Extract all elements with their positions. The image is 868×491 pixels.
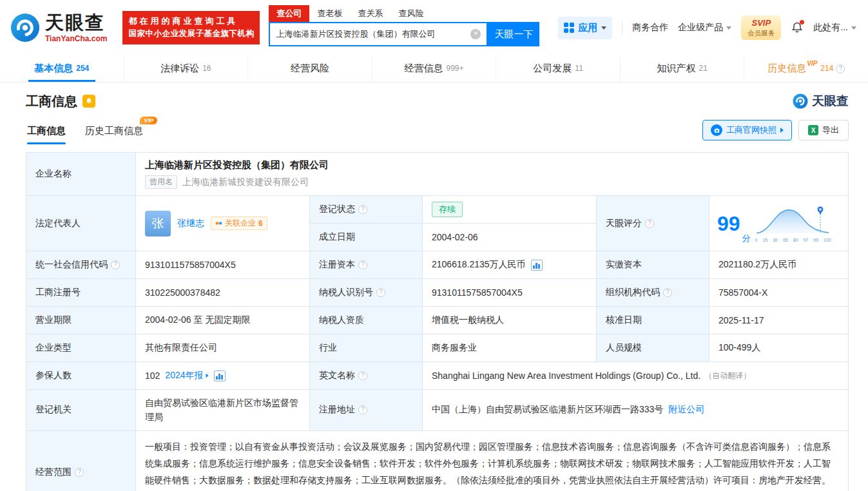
search-input-wrap — [269, 22, 488, 46]
table-row-type: 企业类型 其他有限责任公司 行业 商务服务业 人员规模 100-499人 — [26, 334, 848, 362]
staff-value: 100-499人 — [709, 334, 848, 361]
authority-label: 登记机关 — [26, 390, 136, 430]
company-name-label: 企业名称 — [26, 153, 136, 195]
reg-status-cell: 存续 — [423, 196, 597, 223]
tab-label: 历史信息 — [767, 63, 806, 75]
table-row-scope: 经营范围 一般项目：投资管理；以自有资金从事投资活动；会议及展览服务；国内贸易代… — [26, 431, 848, 491]
search-input[interactable] — [276, 30, 470, 39]
help-icon[interactable] — [75, 468, 84, 477]
insured-label: 参保人数 — [26, 362, 136, 389]
capital-trend-icon[interactable] — [531, 260, 543, 271]
legal-rep-label: 法定代表人 — [26, 196, 136, 251]
insured-trend-icon[interactable] — [214, 371, 226, 381]
help-icon[interactable] — [663, 288, 672, 297]
search-tab-risk[interactable]: 查风险 — [391, 5, 431, 22]
help-icon[interactable] — [645, 219, 654, 228]
industry-label: 行业 — [310, 334, 423, 361]
establish-date-value: 2004-02-06 — [423, 224, 597, 251]
user-menu-label: 此处有... — [813, 22, 848, 34]
establish-date-label: 成立日期 — [310, 224, 423, 251]
tab-legal-litigation[interactable]: 法律诉讼 16 — [124, 55, 248, 82]
help-icon[interactable] — [358, 260, 367, 269]
help-icon[interactable] — [358, 205, 367, 214]
search-tab-company[interactable]: 查公司 — [269, 5, 309, 22]
notification-bell[interactable] — [791, 21, 804, 34]
tab-intellectual-property[interactable]: 知识产权 21 — [620, 55, 744, 82]
approve-date-value: 2025-11-17 — [709, 307, 848, 334]
company-type-label: 企业类型 — [26, 334, 136, 361]
help-icon[interactable] — [836, 64, 845, 73]
chevron-down-icon — [851, 26, 856, 30]
company-name-value: 上海临港新片区投资控股（集团）有限公司 — [145, 159, 329, 171]
tab-basic-info[interactable]: 基本信息 254 — [0, 55, 124, 82]
avatar[interactable]: 张 — [145, 211, 171, 236]
subtab-business-info[interactable]: 工商信息 — [27, 125, 66, 144]
score-curve-chart: 0153065809799100 — [755, 205, 831, 242]
subscribe-bell-icon[interactable] — [82, 95, 95, 108]
tab-operation-info[interactable]: 经营信息 999+ — [372, 55, 496, 82]
subtab-history-business-info[interactable]: 历史工商信息 VIP — [85, 125, 143, 144]
apps-menu[interactable]: 应用 — [558, 17, 612, 39]
tab-history-info[interactable]: 历史信息 VIP 214 — [744, 55, 868, 82]
search-tab-relation[interactable]: 查关系 — [350, 5, 391, 22]
nearby-companies-link[interactable]: 附近公司 — [668, 404, 704, 416]
apps-grid-icon — [564, 23, 574, 33]
camera-icon — [711, 124, 722, 136]
nav-cooperation[interactable]: 商务合作 — [632, 22, 668, 34]
address-value: 中国（上海）自由贸易试验区临港新片区环湖西一路333号 — [432, 404, 663, 416]
search-box: 天眼一下 — [269, 22, 539, 46]
svip-label: SVIP — [747, 18, 775, 28]
company-name-cell: 上海临港新片区投资控股（集团）有限公司 曾用名 上海临港新城投资建设有限公司 — [136, 153, 848, 195]
tab-operation-risk[interactable]: 经营风险 — [247, 55, 372, 82]
search-button[interactable]: 天眼一下 — [488, 22, 539, 46]
tab-label: 法律诉讼 — [160, 63, 199, 75]
svip-membership-badge[interactable]: SVIP 会员服务 — [741, 15, 781, 39]
annual-report-link[interactable]: 2024年报 — [165, 370, 208, 381]
export-button[interactable]: 导出 — [798, 120, 849, 140]
legal-rep-cell: 张 张继志 关联企业 6 — [136, 196, 310, 251]
user-menu[interactable]: 此处有... — [813, 22, 856, 34]
tianyancha-logo[interactable]: 天眼查 TianYanCha.com — [10, 13, 107, 43]
address-cell: 中国（上海）自由贸易试验区临港新片区环湖西一路333号 附近公司 — [423, 390, 848, 430]
help-icon[interactable] — [358, 371, 367, 380]
nav-enterprise-label: 企业级产品 — [678, 22, 723, 34]
nav-enterprise[interactable]: 企业级产品 — [678, 22, 731, 34]
table-row-insured: 参保人数 102 2024年报 英文名称 Shanghai Lingang Ne… — [26, 362, 848, 390]
tab-count: 214 — [820, 64, 833, 73]
reg-status-label: 登记状态 — [310, 196, 423, 223]
former-name-tag: 曾用名 — [145, 175, 177, 189]
industry-value: 商务服务业 — [423, 334, 597, 361]
taxpayer-id-value: 9131011575857004X5 — [423, 279, 597, 306]
authority-value: 自由贸易试验区临港新片区市场监督管理局 — [136, 390, 310, 430]
status-date-block: 登记状态 存续 成立日期 2004-02-06 — [310, 196, 597, 251]
clear-icon[interactable] — [470, 29, 481, 39]
search-tab-boss[interactable]: 查老板 — [309, 5, 350, 22]
apps-label: 应用 — [578, 22, 597, 34]
chevron-down-icon — [726, 26, 731, 30]
logo-text-cn: 天眼查 — [45, 14, 107, 32]
en-name-label: 英文名称 — [310, 362, 423, 389]
help-icon[interactable] — [376, 288, 385, 297]
tab-company-development[interactable]: 公司发展 11 — [496, 55, 620, 82]
official-snapshot-button[interactable]: 工商官网快照 — [702, 120, 792, 140]
term-label: 营业期限 — [26, 307, 136, 334]
search-area: 查公司 查老板 查关系 查风险 天眼一下 — [269, 6, 539, 46]
paid-capital-label: 实缴资本 — [597, 251, 709, 278]
scope-label: 经营范围 — [26, 431, 136, 491]
tab-label: 经营风险 — [291, 63, 329, 75]
slogan-line1: 都在用的商业查询工具 — [128, 15, 254, 28]
score-cell[interactable]: 99 分 — [709, 196, 848, 251]
legal-rep-name-link[interactable]: 张继志 — [177, 218, 204, 229]
company-type-value: 其他有限责任公司 — [136, 334, 310, 361]
staff-label: 人员规模 — [597, 334, 709, 361]
help-icon[interactable] — [358, 405, 367, 414]
table-row-authority: 登记机关 自由贸易试验区临港新片区市场监督管理局 注册地址 中国（上海）自由贸易… — [26, 390, 848, 431]
related-companies-badge[interactable]: 关联企业 6 — [211, 217, 267, 230]
logo-text-en: TianYanCha.com — [45, 35, 107, 43]
tianyancha-logo-icon — [793, 93, 808, 109]
address-label: 注册地址 — [310, 390, 423, 430]
taxpayer-quality-value: 增值税一般纳税人 — [423, 307, 597, 334]
reg-capital-value: 2106618.2135万人民币 — [432, 259, 526, 271]
vip-badge: VIP — [140, 117, 157, 124]
help-icon[interactable] — [111, 260, 120, 269]
